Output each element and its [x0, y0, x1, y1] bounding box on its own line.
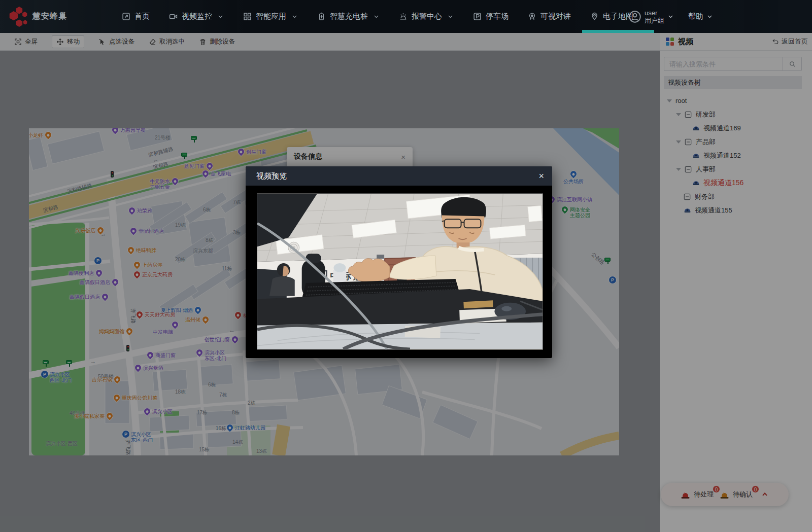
nav-item-4[interactable]: 智慧充电桩 [317, 0, 380, 33]
nav-item-8[interactable]: 电子地图 [590, 0, 633, 33]
chevron-down-icon [447, 13, 454, 20]
chevron-down-icon [667, 13, 674, 20]
map-pin-icon [590, 12, 599, 21]
nav-item-label: 智慧充电桩 [330, 12, 368, 21]
nav-item-label: 视频监控 [182, 12, 212, 21]
user-group: 用户组 [645, 17, 664, 24]
chevron-down-icon [373, 13, 380, 20]
video-player[interactable]: 中标慧安 ZHONGBIAO HUIAN TECHNOLOGY [257, 193, 543, 350]
video-monitor-icon [169, 12, 178, 21]
chevron-down-icon [706, 13, 713, 20]
apps-grid-icon [243, 12, 252, 21]
modal-title: 视频预览 [256, 171, 287, 181]
help-label: 帮助 [688, 12, 703, 21]
chevron-down-icon [217, 13, 224, 20]
nav-item-1[interactable]: 首页 [122, 0, 150, 33]
video-preview-modal: 视频预览 × [246, 166, 552, 358]
alarm-icon [399, 12, 408, 21]
user-name: user [645, 9, 664, 17]
chevron-down-icon [291, 13, 298, 20]
honeycomb-logo-icon [8, 6, 28, 28]
nav-item-label: 智能应用 [256, 12, 286, 21]
nav-item-label: 可视对讲 [540, 12, 571, 21]
app-logo[interactable]: 慧安蜂巢 [0, 6, 122, 28]
charger-icon [317, 12, 326, 21]
nav-item-6[interactable]: 停车场 [473, 0, 509, 33]
nav-item-label: 电子地图 [603, 12, 633, 21]
nav-item-label: 停车场 [486, 12, 509, 21]
video-frame: 中标慧安 ZHONGBIAO HUIAN TECHNOLOGY [257, 194, 543, 349]
close-icon[interactable]: × [538, 171, 544, 181]
app: 慧安蜂巢 首页视频监控智能应用智慧充电桩报警中心停车场可视对讲电子地图 user… [0, 0, 812, 532]
nav-item-label: 报警中心 [412, 12, 442, 21]
nav-menu: 首页视频监控智能应用智慧充电桩报警中心停车场可视对讲电子地图 [122, 0, 633, 33]
nav-item-7[interactable]: 可视对讲 [528, 0, 571, 33]
intercom-icon [528, 12, 536, 21]
modal-header: 视频预览 × [246, 166, 552, 186]
nav-item-2[interactable]: 视频监控 [169, 0, 224, 33]
top-navbar: 慧安蜂巢 首页视频监控智能应用智慧充电桩报警中心停车场可视对讲电子地图 user… [0, 0, 812, 33]
nav-item-help[interactable]: 帮助 [688, 12, 713, 21]
logo-text: 慧安蜂巢 [32, 11, 67, 22]
parking-icon [473, 12, 482, 21]
nav-item-5[interactable]: 报警中心 [399, 0, 454, 33]
user-menu[interactable]: user 用户组 [628, 9, 674, 24]
home-icon [122, 12, 130, 21]
nav-item-3[interactable]: 智能应用 [243, 0, 298, 33]
nav-item-label: 首页 [134, 12, 150, 21]
